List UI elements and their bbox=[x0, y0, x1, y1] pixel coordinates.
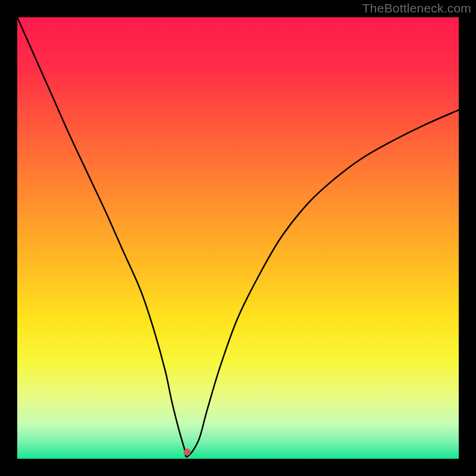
chart-curve bbox=[17, 17, 459, 459]
chart-marker bbox=[184, 449, 191, 456]
watermark-text: TheBottleneck.com bbox=[362, 1, 471, 15]
plot-area bbox=[17, 17, 459, 459]
